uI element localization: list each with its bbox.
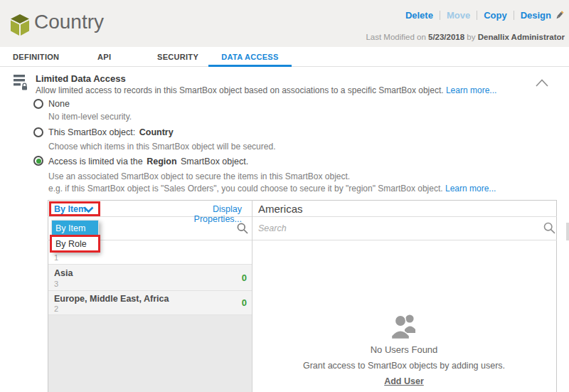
item-security-lock-icon (14, 74, 28, 91)
no-users-found-text: No Users Found (333, 344, 475, 355)
radio-via-association-label[interactable]: Access is limited via the Region SmartBo… (48, 157, 248, 166)
last-modified-text: Last Modified on 5/23/2018 by Denallix A… (366, 33, 565, 41)
radio-none-label[interactable]: None (48, 99, 70, 109)
radio-this-object-label[interactable]: This SmartBox object: Country (48, 127, 175, 137)
last-modified-prefix: Last Modified on (366, 33, 425, 41)
tab-api[interactable]: API (97, 47, 111, 67)
tab-data-access[interactable]: DATA ACCESS (208, 47, 292, 67)
last-modified-user: Denallix Administrator (478, 33, 565, 41)
radio-via-association-description: Use an associated SmartBox object to sec… (48, 171, 350, 181)
smartbox-object-page: Country Delete Move Copy Design Last Mod… (0, 0, 569, 392)
radio-none-description: No item-level security. (48, 112, 132, 122)
table-header-divider (48, 216, 557, 217)
user-search-icon[interactable] (543, 222, 555, 234)
radio-this-object[interactable] (33, 127, 43, 137)
radio-this-object-name: Country (139, 127, 174, 137)
example-text: e.g. if this SmartBox object is "Sales O… (48, 184, 443, 194)
header-actions: Delete Move Copy Design (405, 10, 565, 21)
section-description-text: Allow limited access to records in this … (36, 85, 444, 95)
radio-none[interactable] (33, 99, 43, 109)
tab-bar: DEFINITION API SECURITY DATA ACCESS (0, 47, 569, 67)
users-icon (390, 312, 419, 340)
region-row-selected-count: 1 (54, 253, 58, 262)
dropdown-option-by-item[interactable]: By Item (52, 221, 98, 236)
collapse-section-chevron-up-icon[interactable] (536, 79, 548, 87)
region-row-user-count: 0 (231, 272, 247, 283)
example-learn-more-link[interactable]: Learn more... (445, 184, 496, 194)
tab-definition[interactable]: DEFINITION (13, 47, 59, 67)
delete-button[interactable]: Delete (405, 10, 433, 21)
selected-region-title: Americas (258, 203, 303, 215)
dropdown-option-by-role[interactable]: By Role (52, 236, 98, 252)
chevron-down-icon[interactable] (83, 206, 94, 213)
section-description: Allow limited access to records in this … (36, 85, 548, 95)
action-separator (440, 11, 440, 20)
radio-via-association-example: e.g. if this SmartBox object is "Sales O… (48, 184, 546, 194)
region-row-title: Asia (54, 268, 73, 278)
radio-via-association-prefix: Access is limited via the (48, 157, 145, 166)
region-search-icon[interactable] (237, 223, 248, 234)
action-separator (514, 11, 514, 20)
page-title: Country (34, 11, 104, 33)
region-row-count: 2 (54, 304, 58, 313)
search-row-divider (48, 240, 557, 240)
add-user-link[interactable]: Add User (368, 376, 440, 386)
radio-this-object-description: Choose which items in this SmartBox obje… (48, 142, 275, 152)
section-title: Limited Data Access (36, 73, 126, 84)
display-properties-link[interactable]: Display Properties... (171, 204, 242, 224)
move-button: Move (447, 10, 470, 21)
radio-none-text: None (48, 99, 70, 109)
user-search-input[interactable]: Search (258, 223, 287, 233)
smartbox-cube-icon (10, 14, 30, 36)
learn-more-link[interactable]: Learn more... (446, 85, 496, 95)
region-row-asia[interactable] (48, 265, 252, 291)
region-row-title: Europe, Middle East, Africa (54, 294, 169, 304)
pane-divider (252, 200, 252, 392)
action-separator (477, 11, 477, 20)
radio-via-association-suffix: SmartBox object. (179, 157, 249, 166)
view-mode-dropdown[interactable]: By Item (54, 204, 86, 214)
region-row-count: 3 (54, 280, 58, 288)
last-modified-by: by (467, 33, 475, 41)
region-list-empty-area (48, 315, 252, 392)
row-divider (48, 264, 252, 265)
design-button[interactable]: Design (521, 10, 551, 21)
radio-this-object-prefix: This SmartBox object: (48, 127, 138, 137)
radio-via-association-object: Region (147, 157, 176, 166)
grant-access-message: Grant access to SmartBox objects by addi… (283, 361, 525, 371)
radio-via-association[interactable] (33, 156, 43, 166)
pencil-icon[interactable] (554, 10, 565, 21)
copy-button[interactable]: Copy (484, 10, 507, 21)
scrollbar-fragment (566, 223, 569, 240)
view-mode-dropdown-menu: By Item By Role (51, 220, 99, 253)
tab-security[interactable]: SECURITY (157, 47, 198, 67)
last-modified-date: 5/23/2018 (428, 33, 464, 41)
region-row-user-count: 0 (231, 297, 247, 308)
